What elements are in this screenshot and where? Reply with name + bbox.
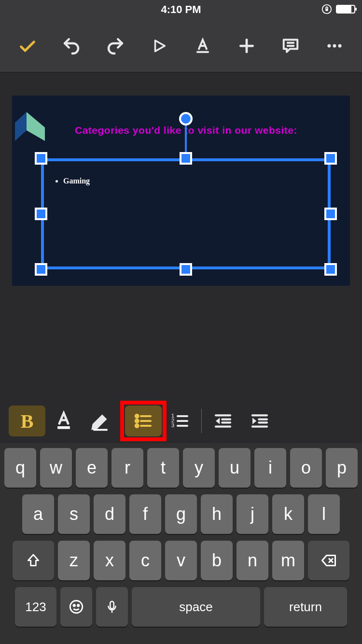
redo-icon	[105, 36, 125, 56]
key-j[interactable]: j	[237, 494, 268, 534]
battery-icon	[336, 5, 355, 14]
more-button[interactable]	[321, 33, 348, 59]
key-f[interactable]: f	[129, 494, 161, 534]
svg-point-40	[78, 604, 79, 606]
svg-rect-1	[325, 9, 328, 11]
key-c[interactable]: c	[129, 541, 161, 580]
highlight-button[interactable]	[82, 406, 119, 436]
key-k[interactable]: k	[272, 494, 304, 534]
undo-button[interactable]	[58, 33, 84, 59]
key-dictation[interactable]	[96, 587, 128, 627]
key-q[interactable]: q	[4, 448, 36, 488]
key-space[interactable]: space	[132, 587, 260, 627]
comment-button[interactable]	[278, 33, 304, 59]
resize-handle-ml[interactable]	[35, 208, 47, 220]
numbered-list-icon: 1 2 3	[170, 411, 190, 431]
logo-shape-icon	[12, 109, 51, 143]
svg-point-8	[333, 44, 336, 47]
resize-handle-tm[interactable]	[180, 152, 192, 165]
rotation-lock-icon	[321, 4, 332, 14]
resize-handle-br[interactable]	[324, 263, 337, 276]
increase-indent-icon	[250, 411, 269, 431]
key-r[interactable]: r	[111, 448, 143, 488]
slide-canvas[interactable]: Categories you'd like to visit in our we…	[0, 72, 362, 399]
check-icon	[18, 36, 37, 56]
key-t[interactable]: t	[147, 448, 179, 488]
key-n[interactable]: n	[237, 541, 268, 580]
text-format-button[interactable]	[190, 33, 216, 59]
key-e[interactable]: e	[76, 448, 108, 488]
key-u[interactable]: u	[219, 448, 251, 488]
svg-rect-13	[93, 429, 107, 431]
decrease-indent-button[interactable]	[205, 406, 241, 436]
status-time: 4:10 PM	[161, 3, 201, 16]
key-s[interactable]: s	[58, 494, 90, 534]
add-button[interactable]	[234, 33, 260, 59]
key-i[interactable]: i	[254, 448, 286, 488]
key-emoji[interactable]	[60, 587, 92, 627]
key-a[interactable]: a	[22, 494, 54, 534]
key-b[interactable]: b	[201, 541, 233, 580]
svg-marker-10	[15, 112, 27, 141]
key-return[interactable]: return	[264, 587, 347, 627]
svg-text:3: 3	[171, 422, 174, 428]
svg-marker-30	[216, 418, 220, 424]
key-z[interactable]: z	[58, 541, 90, 580]
key-v[interactable]: v	[165, 541, 197, 580]
highlight-annotation	[120, 401, 167, 441]
backspace-icon	[320, 552, 337, 569]
highlight-icon	[90, 410, 111, 432]
text-color-icon	[53, 410, 74, 432]
key-p[interactable]: p	[326, 448, 358, 488]
svg-point-39	[73, 604, 75, 606]
numbered-list-button[interactable]: 1 2 3	[162, 406, 198, 436]
shift-icon	[26, 553, 41, 568]
bold-label: B	[21, 410, 34, 433]
svg-point-7	[327, 44, 331, 47]
keyboard-row-1: q w e r t y u i o p	[3, 448, 359, 488]
key-d[interactable]: d	[94, 494, 125, 534]
key-x[interactable]: x	[94, 541, 125, 580]
comment-icon	[281, 37, 300, 55]
key-y[interactable]: y	[183, 448, 215, 488]
resize-handle-bl[interactable]	[35, 263, 47, 276]
key-o[interactable]: o	[290, 448, 322, 488]
selected-textbox[interactable]: Gaming	[41, 158, 331, 269]
key-m[interactable]: m	[272, 541, 304, 580]
plus-icon	[237, 37, 256, 55]
key-l[interactable]: l	[308, 494, 340, 534]
microphone-icon	[105, 600, 119, 614]
svg-rect-12	[57, 426, 70, 429]
redo-button[interactable]	[102, 33, 128, 59]
confirm-button[interactable]	[14, 33, 41, 59]
keyboard-row-2: a s d f g h j k l	[3, 494, 359, 534]
bullet-item: Gaming	[63, 177, 90, 185]
rotation-handle[interactable]	[179, 112, 193, 126]
key-g[interactable]: g	[165, 494, 197, 534]
key-w[interactable]: w	[40, 448, 72, 488]
play-button[interactable]	[146, 33, 172, 59]
bullet-list-button[interactable]	[125, 406, 162, 436]
textbox-content[interactable]: Gaming	[55, 177, 90, 185]
key-shift[interactable]	[13, 541, 54, 580]
keyboard-row-3: z x c v b n m	[3, 541, 359, 580]
key-h[interactable]: h	[201, 494, 233, 534]
resize-handle-tl[interactable]	[35, 152, 47, 165]
undo-icon	[61, 36, 82, 56]
svg-point-9	[338, 44, 342, 47]
key-backspace[interactable]	[308, 541, 349, 580]
slide[interactable]: Categories you'd like to visit in our we…	[12, 96, 350, 286]
bold-button[interactable]: B	[9, 406, 45, 436]
keyboard: q w e r t y u i o p a s d f g h j k l z …	[0, 443, 362, 644]
resize-handle-tr[interactable]	[324, 152, 337, 165]
svg-marker-11	[27, 112, 45, 141]
text-color-button[interactable]	[45, 406, 82, 436]
resize-handle-bm[interactable]	[180, 263, 192, 276]
resize-handle-mr[interactable]	[324, 208, 337, 220]
main-toolbar	[0, 19, 362, 72]
increase-indent-button[interactable]	[241, 406, 278, 436]
svg-point-38	[70, 601, 83, 613]
decrease-indent-icon	[213, 411, 233, 431]
key-numbers[interactable]: 123	[15, 587, 56, 627]
svg-marker-35	[252, 418, 256, 424]
